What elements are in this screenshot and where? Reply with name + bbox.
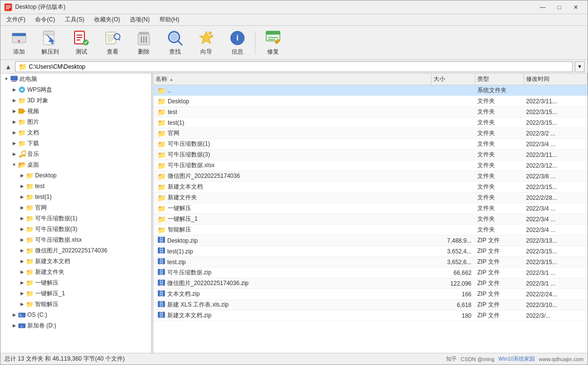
col-header-modified[interactable]: 修改时间 [524, 74, 588, 85]
min-watermark: CSDN @ming [461, 356, 494, 362]
menu-options[interactable]: 选项(N) [126, 15, 154, 25]
file-row-test[interactable]: 📁 test 文件夹 2022/3/15... [154, 107, 588, 117]
tree-item-smart[interactable]: ▶ 📁 智能解压 [0, 299, 151, 309]
status-summary: 总计 13 文件夹 和 46,119,360 字节(40 个文件) [4, 355, 125, 363]
toolbar-view-button[interactable]: 查看 [98, 29, 127, 57]
menu-file[interactable]: 文件(F) [2, 15, 29, 25]
svg-rect-81 [160, 282, 162, 283]
menu-help[interactable]: 帮助(H) [156, 15, 183, 25]
folder-3d-icon: 📁 [18, 96, 26, 104]
svg-rect-87 [160, 295, 162, 296]
toolbar-wizard-button[interactable]: 向导 [192, 29, 221, 57]
col-header-size[interactable]: 大小 [431, 74, 475, 85]
file-row-test1[interactable]: 📁 test(1) 文件夹 2022/3/15... [154, 117, 588, 128]
maximize-button[interactable]: □ [551, 2, 567, 12]
expand-icon-wechat: ▶ [18, 247, 26, 254]
tree-item-test[interactable]: ▶ 📁 test [0, 181, 151, 192]
tree-item-test1[interactable]: ▶ 📁 test(1) [0, 192, 151, 202]
address-dropdown-button[interactable]: ▼ [575, 61, 585, 72]
tree-item-download[interactable]: ▶ 📁 下载 [0, 138, 151, 149]
tree-item-newtext[interactable]: ▶ 📁 新建文本文档 [0, 256, 151, 267]
tree-item-desktop[interactable]: ▼ 📂 桌面 [0, 159, 151, 170]
tree-item-newvol[interactable]: ▶ D: 新加卷 (D:) [0, 320, 151, 331]
tree-item-guanwang[interactable]: ▶ 📁 官网 [0, 202, 151, 213]
computer-icon [10, 75, 18, 83]
toolbar-extract-button[interactable]: 解压到 [36, 29, 65, 57]
tree-item-pc[interactable]: ▼ 此电脑 [0, 74, 151, 84]
folder-onekey1-list-icon: 📁 [157, 215, 166, 223]
svg-rect-91 [160, 304, 162, 305]
win10-watermark: Win10系统家园 [498, 355, 535, 363]
toolbar-test-label: 测试 [76, 48, 87, 56]
svg-rect-82 [160, 284, 162, 285]
file-row-guanwang[interactable]: 📁 官网 文件夹 2022/3/2 ... [154, 128, 588, 139]
tree-item-video[interactable]: ▶ 视频 [0, 106, 151, 116]
tree-item-onekey1[interactable]: ▶ 📁 一键解压_1 [0, 288, 151, 299]
toolbar-test-button[interactable]: 测试 [67, 29, 96, 57]
tree-item-osc[interactable]: ▶ C: OS (C:) [0, 309, 151, 320]
tree-item-onekey[interactable]: ▶ 📁 一键解压 [0, 277, 151, 288]
col-header-name[interactable]: 名称 ▲ [154, 74, 431, 85]
col-type-label: 类型 [477, 75, 489, 83]
nav-up-button[interactable]: ▲ [3, 62, 13, 72]
toolbar-find-label: 查找 [169, 48, 181, 56]
tree-item-wechat[interactable]: ▶ 📁 微信图片_20220225174036 [0, 245, 151, 256]
app-icon [4, 3, 12, 11]
file-row-wechat[interactable]: 📁 微信图片_20220225174036 文件夹 2022/3/8 ... [154, 171, 588, 182]
folder-download-icon: 📁 [18, 139, 26, 147]
tree-item-wps[interactable]: ▶ WPS网盘 [0, 84, 151, 95]
tree-item-picture[interactable]: ▶ 📁 图片 [0, 116, 151, 127]
expand-icon-compress1: ▶ [18, 214, 26, 222]
tree-item-compress-xlsx[interactable]: ▶ 📁 可牛压缩数据.xlsx [0, 234, 151, 245]
address-input[interactable]: 📁 C:\Users\CM\Desktop [15, 61, 573, 72]
menu-favorites[interactable]: 收藏夹(O) [90, 15, 124, 25]
file-row-up[interactable]: 📁 .. 系统文件夹 [154, 85, 588, 96]
file-row-newtext-zip[interactable]: 新建文本文档.zip 180 ZIP 文件 2022/3/... [154, 310, 588, 321]
file-row-desktop-zip[interactable]: Desktop.zip 7,488,9... ZIP 文件 2022/3/13.… [154, 235, 588, 246]
add-icon: + [10, 29, 28, 47]
tree-item-music[interactable]: ▶ 音乐 [0, 149, 151, 159]
up-icon: 📁 [157, 87, 166, 95]
folder-compress-xlsx-icon: 📁 [26, 236, 34, 244]
file-row-test1-zip[interactable]: test(1).zip 3,652,4... ZIP 文件 2022/3/15.… [154, 246, 588, 257]
svg-rect-61 [160, 239, 162, 240]
svg-rect-97 [160, 316, 162, 317]
tree-label-guanwang: 官网 [35, 204, 47, 212]
file-row-compress-zip[interactable]: 可牛压缩数据.zip 66,662 ZIP 文件 2022/3/1 ... [154, 268, 588, 278]
toolbar-repair-button[interactable]: 修复 [258, 29, 288, 57]
minimize-button[interactable]: — [535, 2, 550, 12]
file-row-onekey1[interactable]: 📁 一键解压_1 文件夹 2022/3/4 ... [154, 214, 588, 225]
tree-item-3d[interactable]: ▶ 📁 3D 对象 [0, 95, 151, 106]
file-row-newfolder[interactable]: 📁 新建文件夹 文件夹 2022/2/28... [154, 192, 588, 203]
file-row-xls-zip[interactable]: 新建 XLS 工作表.xls.zip 6,618 ZIP 文件 2022/3/1… [154, 300, 588, 310]
toolbar-add-button[interactable]: + 添加 [4, 29, 34, 57]
file-row-compress1[interactable]: 📁 可牛压缩数据(1) 文件夹 2022/3/4 ... [154, 139, 588, 150]
tree-item-compress3[interactable]: ▶ 📁 可牛压缩数据(3) [0, 224, 151, 234]
file-row-newtext[interactable]: 📁 新建文本文档 文件夹 2022/3/15... [154, 182, 588, 192]
tree-item-desktop-sub[interactable]: ▶ 📁 Desktop [0, 170, 151, 181]
close-button[interactable]: ✕ [568, 2, 584, 12]
tree-item-compress1[interactable]: ▶ 📁 可牛压缩数据(1) [0, 213, 151, 224]
file-name-up: 📁 .. [154, 87, 431, 95]
file-row-onekey[interactable]: 📁 一键解压 文件夹 2022/3/4 ... [154, 203, 588, 214]
file-row-test-zip[interactable]: test.zip 3,652,6... ZIP 文件 2022/3/15... [154, 257, 588, 268]
zip-wechat-icon [157, 279, 165, 288]
menu-tools[interactable]: 工具(S) [61, 15, 88, 25]
toolbar-find-button[interactable]: 查找 [160, 29, 190, 57]
toolbar-info-button[interactable]: i 信息 [223, 29, 252, 57]
file-row-wechat-zip[interactable]: 微信图片_20220225174036.zip 122,096 ZIP 文件 2… [154, 278, 588, 289]
tree-item-newfolder[interactable]: ▶ 📁 新建文件夹 [0, 267, 151, 277]
col-header-type[interactable]: 类型 [475, 74, 524, 85]
menu-command[interactable]: 命令(C) [31, 15, 59, 25]
file-row-compress-xlsx[interactable]: 📁 可牛压缩数据.xlsx 文件夹 2022/3/12... [154, 160, 588, 171]
status-text: 总计 13 文件夹 和 46,119,360 字节(40 个文件) [4, 355, 125, 363]
file-row-desktop[interactable]: 📁 Desktop 文件夹 2022/3/11... [154, 96, 588, 107]
file-row-compress3[interactable]: 📁 可牛压缩数据(3) 文件夹 2022/3/11... [154, 150, 588, 160]
toolbar-delete-button[interactable]: 删除 [129, 29, 158, 57]
file-row-smart[interactable]: 📁 智能解压 文件夹 2022/3/4 ... [154, 225, 588, 235]
svg-rect-1 [6, 5, 11, 6]
tree-label-onekey1: 一键解压_1 [35, 289, 65, 298]
file-row-textdoc-zip[interactable]: 文本文档.zip 166 ZIP 文件 2022/2/24... [154, 289, 588, 300]
tree-item-document[interactable]: ▶ 📁 文档 [0, 127, 151, 138]
folder-compress1-list-icon: 📁 [157, 140, 166, 148]
